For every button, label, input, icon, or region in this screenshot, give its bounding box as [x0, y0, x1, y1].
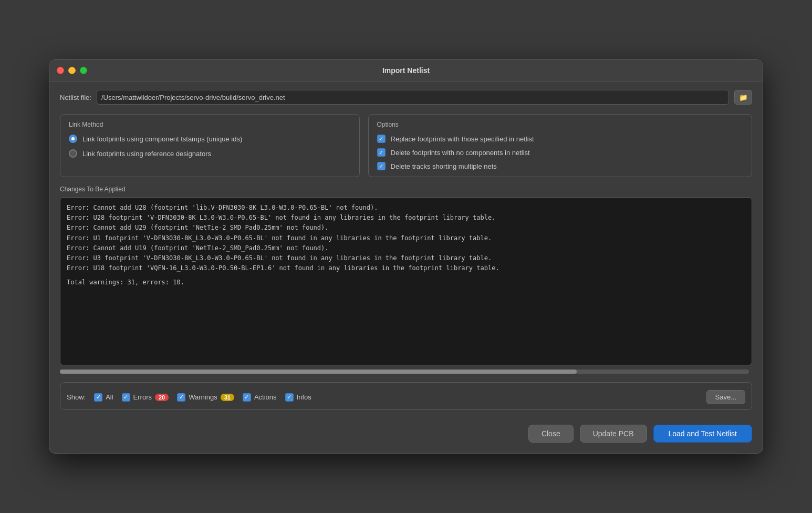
- show-errors-label: Errors: [133, 393, 152, 401]
- checkbox-delete-footprints[interactable]: ✓ Delete footprints with no components i…: [377, 148, 743, 157]
- log-text: Error: Cannot add U28 (footprint 'lib.V-…: [67, 203, 745, 273]
- log-area[interactable]: Error: Cannot add U28 (footprint 'lib.V-…: [60, 197, 752, 365]
- netlist-file-label: Netlist file:: [60, 94, 91, 101]
- load-test-button[interactable]: Load and Test Netlist: [653, 425, 753, 443]
- checkbox-delete-tracks[interactable]: ✓ Delete tracks shorting multiple nets: [377, 162, 743, 170]
- browse-button[interactable]: 📁: [734, 90, 752, 105]
- fullscreen-traffic-light[interactable]: [80, 67, 87, 74]
- close-button[interactable]: Close: [528, 425, 574, 443]
- radio-ref-desig-label: Link footprints using reference designat…: [82, 150, 211, 158]
- show-actions-item[interactable]: ✓ Actions: [243, 393, 277, 402]
- show-infos-item[interactable]: ✓ Infos: [285, 393, 311, 402]
- minimize-traffic-light[interactable]: [68, 67, 76, 74]
- show-warnings-label: Warnings: [189, 393, 217, 401]
- show-actions-label: Actions: [254, 393, 277, 401]
- options-panel: Options ✓ Replace footprints with those …: [368, 114, 752, 177]
- radio-tstamps-label: Link footprints using component tstamps …: [82, 135, 242, 143]
- traffic-lights: [57, 67, 87, 74]
- errors-badge: 20: [155, 394, 169, 401]
- checkbox-replace-label: Replace footprints with those specified …: [391, 135, 534, 143]
- log-summary: Total warnings: 31, errors: 10.: [67, 279, 745, 286]
- options-row: Link Method Link footprints using compon…: [60, 114, 752, 177]
- show-warnings-checkbox: ✓: [177, 393, 185, 402]
- link-method-panel: Link Method Link footprints using compon…: [60, 114, 360, 177]
- bottom-buttons-row: Close Update PCB Load and Test Netlist: [60, 416, 752, 443]
- checkbox-delete-fp-label: Delete footprints with no components in …: [391, 149, 530, 157]
- checkbox-delete-fp-indicator: ✓: [377, 148, 386, 157]
- show-all-checkbox: ✓: [94, 393, 102, 402]
- checkbox-delete-tracks-label: Delete tracks shorting multiple nets: [391, 162, 497, 170]
- show-filter-row: Show: ✓ All ✓ Errors 20 ✓ Warnings 31: [67, 386, 745, 406]
- changes-section: Changes To Be Applied Error: Cannot add …: [60, 186, 752, 376]
- checkbox-replace-footprints[interactable]: ✓ Replace footprints with those specifie…: [377, 135, 743, 143]
- window-content: Netlist file: 📁 Link Method Link footpri…: [49, 81, 763, 453]
- show-errors-item[interactable]: ✓ Errors 20: [122, 393, 169, 402]
- link-method-radio-group: Link footprints using component tstamps …: [69, 135, 351, 158]
- radio-ref-desig[interactable]: Link footprints using reference designat…: [69, 149, 351, 158]
- show-filter-container: Show: ✓ All ✓ Errors 20 ✓ Warnings 31: [60, 382, 752, 410]
- warnings-badge: 31: [221, 394, 234, 401]
- radio-ref-desig-indicator: [69, 149, 77, 158]
- show-infos-checkbox: ✓: [285, 393, 294, 402]
- import-netlist-window: Import Netlist Netlist file: 📁 Link Meth…: [49, 59, 763, 454]
- radio-tstamps-indicator: [69, 135, 77, 143]
- folder-icon: 📁: [739, 94, 748, 101]
- show-infos-label: Infos: [297, 393, 311, 401]
- radio-tstamps[interactable]: Link footprints using component tstamps …: [69, 135, 351, 143]
- close-traffic-light[interactable]: [57, 67, 64, 74]
- show-all-item[interactable]: ✓ All: [94, 393, 113, 402]
- title-bar: Import Netlist: [49, 60, 763, 81]
- options-checkbox-group: ✓ Replace footprints with those specifie…: [377, 135, 743, 170]
- horizontal-scrollbar-area: [60, 367, 752, 376]
- update-pcb-button[interactable]: Update PCB: [580, 425, 647, 443]
- window-title: Import Netlist: [382, 66, 430, 75]
- show-label: Show:: [67, 393, 86, 401]
- horizontal-scrollbar[interactable]: [60, 370, 749, 374]
- show-all-label: All: [106, 393, 113, 401]
- netlist-file-row: Netlist file: 📁: [60, 90, 752, 105]
- show-actions-checkbox: ✓: [243, 393, 251, 402]
- show-warnings-item[interactable]: ✓ Warnings 31: [177, 393, 234, 402]
- checkbox-replace-indicator: ✓: [377, 135, 386, 143]
- checkbox-delete-tracks-indicator: ✓: [377, 162, 386, 170]
- horizontal-scrollbar-thumb: [60, 370, 577, 374]
- save-button[interactable]: Save...: [706, 390, 745, 404]
- show-errors-checkbox: ✓: [122, 393, 130, 402]
- link-method-title: Link Method: [69, 121, 351, 128]
- options-title: Options: [377, 121, 743, 128]
- changes-title: Changes To Be Applied: [60, 186, 752, 193]
- netlist-path-input[interactable]: [97, 90, 729, 105]
